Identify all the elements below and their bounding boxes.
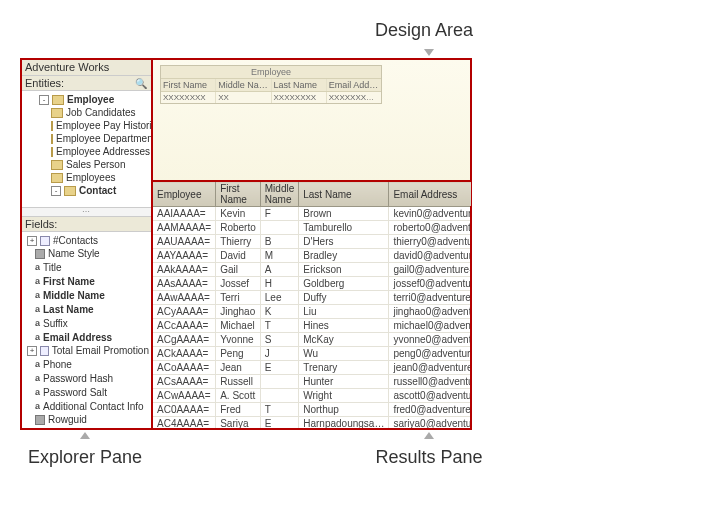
table-cell: AAkAAAA= — [153, 263, 216, 277]
table-row[interactable]: ACsAAAA=RussellHunterrussell0@adventure-… — [153, 375, 472, 389]
field-item[interactable]: Email Address — [23, 330, 149, 344]
expander-icon[interactable]: + — [27, 428, 37, 430]
entity-item[interactable]: Job Candidates — [23, 106, 149, 119]
table-row[interactable]: ACkAAAA=PengJWupeng0@adventure-works.com — [153, 347, 472, 361]
field-item[interactable]: Title — [23, 260, 149, 274]
table-row[interactable]: ACgAAAA=YvonneSMcKayyvonne0@adventure-wo… — [153, 333, 472, 347]
date-field-icon — [40, 428, 50, 430]
entity-item[interactable]: Employees — [23, 171, 149, 184]
table-cell: Terri — [216, 291, 261, 305]
field-item[interactable]: Rowguid — [23, 413, 149, 426]
design-entity-card[interactable]: Employee First NameMiddle NameLast NameE… — [160, 65, 382, 104]
table-cell: T — [260, 403, 298, 417]
table-row[interactable]: AAUAAAA=ThierryBD'Hersthierry0@adventure… — [153, 235, 472, 249]
field-item[interactable]: First Name — [23, 274, 149, 288]
design-column[interactable]: Middle Name — [216, 79, 271, 91]
field-item[interactable]: Additional Contact Info — [23, 399, 149, 413]
entity-item[interactable]: -Contact — [23, 184, 149, 197]
table-cell: michael0@adventure-works.com — [389, 319, 471, 333]
field-item[interactable]: Last Name — [23, 302, 149, 316]
pointer-up-icon — [424, 432, 434, 439]
design-column[interactable]: Email Address — [327, 79, 381, 91]
expander-icon[interactable]: - — [51, 186, 61, 196]
field-label: Name Style — [48, 247, 100, 260]
field-item[interactable]: +Modified Date — [23, 426, 149, 429]
table-cell: Erickson — [299, 263, 389, 277]
table-cell: Yvonne — [216, 333, 261, 347]
table-row[interactable]: ACoAAAA=JeanETrenaryjean0@adventure-work… — [153, 361, 472, 375]
field-label: Email Address — [43, 331, 112, 344]
table-cell: S — [260, 333, 298, 347]
design-column[interactable]: First Name — [161, 79, 216, 91]
design-area-label: Design Area — [20, 20, 708, 41]
entities-tree[interactable]: -EmployeeJob CandidatesEmployee Pay Hist… — [21, 91, 151, 207]
entity-item[interactable]: -Employee — [23, 93, 149, 106]
table-row[interactable]: AC4AAAA=SariyaEHarnpadoungsa…sariya0@adv… — [153, 417, 472, 430]
column-header[interactable]: Email Address — [389, 182, 471, 207]
pointer-down-icon — [424, 49, 434, 56]
table-row[interactable]: AAkAAAA=GailAEricksongail0@adventure-wor… — [153, 263, 472, 277]
entity-item[interactable]: Employee Department Histories — [23, 132, 149, 145]
table-row[interactable]: AAYAAAA=DavidMBradleydavid0@adventure-wo… — [153, 249, 472, 263]
table-row[interactable]: AC0AAAA=FredTNorthupfred0@adventure-work… — [153, 403, 472, 417]
num-field-icon — [40, 346, 49, 356]
entities-header-text: Entities: — [25, 77, 64, 89]
field-item[interactable]: Middle Name — [23, 288, 149, 302]
table-row[interactable]: ACwAAAA=A. ScottWrightascott0@adventure-… — [153, 389, 472, 403]
results-pane-label: Results Pane — [150, 447, 708, 468]
entity-item[interactable]: Employee Pay Histories — [23, 119, 149, 132]
table-cell: AC4AAAA= — [153, 417, 216, 430]
field-item[interactable]: Suffix — [23, 316, 149, 330]
entity-label: Sales Person — [66, 158, 125, 171]
design-entity-title: Employee — [161, 66, 381, 79]
entity-item[interactable]: Sales Person — [23, 158, 149, 171]
table-cell: yvonne0@adventure-works.com — [389, 333, 471, 347]
entity-item[interactable]: Employee Addresses — [23, 145, 149, 158]
table-cell: Jossef — [216, 277, 261, 291]
design-column[interactable]: Last Name — [272, 79, 327, 91]
table-cell: Sariya — [216, 417, 261, 430]
column-header[interactable]: Last Name — [299, 182, 389, 207]
column-header[interactable]: Middle Name — [260, 182, 298, 207]
table-cell: AAUAAAA= — [153, 235, 216, 249]
table-cell: Jean — [216, 361, 261, 375]
splitter[interactable]: ⋯ — [21, 207, 151, 217]
design-area[interactable]: Employee First NameMiddle NameLast NameE… — [152, 59, 471, 181]
table-cell: ACoAAAA= — [153, 361, 216, 375]
folder-icon — [51, 173, 63, 183]
field-item[interactable]: Name Style — [23, 247, 149, 260]
table-cell: ACcAAAA= — [153, 319, 216, 333]
table-row[interactable]: AAsAAAA=JossefHGoldbergjossef0@adventure… — [153, 277, 472, 291]
explorer-pane: Adventure Works Entities: 🔍 -EmployeeJob… — [21, 59, 152, 429]
expander-icon[interactable]: + — [27, 346, 37, 356]
table-row[interactable]: AAMAAAA=RobertoTamburelloroberto0@advent… — [153, 221, 472, 235]
design-columns-header: First NameMiddle NameLast NameEmail Addr… — [161, 79, 381, 92]
field-item[interactable]: +Total Email Promotion — [23, 344, 149, 357]
fields-header: Fields: — [21, 217, 151, 232]
txt-field-icon — [35, 330, 40, 344]
results-pane[interactable]: EmployeeFirst NameMiddle NameLast NameEm… — [152, 181, 471, 429]
table-cell: David — [216, 249, 261, 263]
column-header[interactable]: Employee — [153, 182, 216, 207]
folder-icon — [51, 160, 63, 170]
field-item[interactable]: Password Hash — [23, 371, 149, 385]
table-row[interactable]: AAIAAAA=KevinFBrownkevin0@adventure-work… — [153, 207, 472, 221]
search-icon[interactable]: 🔍 — [135, 78, 147, 89]
fields-list[interactable]: +#ContactsName StyleTitleFirst NameMiddl… — [21, 232, 151, 429]
field-item[interactable]: +#Contacts — [23, 234, 149, 247]
expander-icon[interactable]: + — [27, 236, 37, 246]
field-item[interactable]: Phone — [23, 357, 149, 371]
table-row[interactable]: AAwAAAA=TerriLeeDuffyterri0@adventure-wo… — [153, 291, 472, 305]
table-cell: AAMAAAA= — [153, 221, 216, 235]
table-cell: ACsAAAA= — [153, 375, 216, 389]
field-item[interactable]: Password Salt — [23, 385, 149, 399]
expander-icon[interactable]: - — [39, 95, 49, 105]
table-cell: Goldberg — [299, 277, 389, 291]
txt-field-icon — [35, 302, 40, 316]
table-cell: ACkAAAA= — [153, 347, 216, 361]
table-row[interactable]: ACcAAAA=MichaelTHinesmichael0@adventure-… — [153, 319, 472, 333]
table-cell: AAwAAAA= — [153, 291, 216, 305]
table-row[interactable]: ACyAAAA=JinghaoKLiujinghao0@adventure-wo… — [153, 305, 472, 319]
column-header[interactable]: First Name — [216, 182, 261, 207]
table-cell: Hunter — [299, 375, 389, 389]
